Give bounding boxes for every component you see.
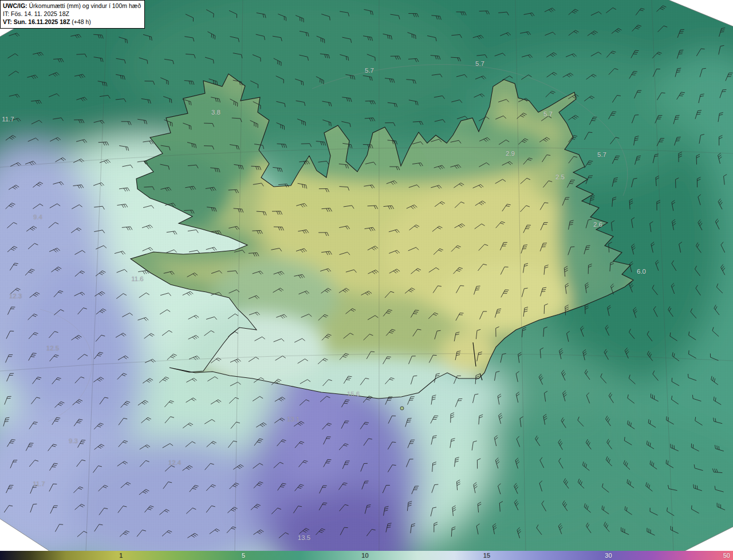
- legend-init-time: IT: Fös. 14. 11. 2025 18Z: [3, 10, 141, 18]
- valid-time-offset: (+48 h): [70, 18, 90, 25]
- contour-label: 11.7: [2, 116, 14, 123]
- contour-label: 11.7: [33, 480, 45, 487]
- contour-label: 2.9: [506, 150, 515, 157]
- legend-valid-time: VT: Sun. 16.11.2025 18Z (+48 h): [3, 18, 141, 26]
- contour-label: 5.7: [543, 111, 553, 117]
- contour-label: 5.7: [597, 151, 606, 158]
- colorbar-tick-1: 1: [119, 551, 123, 560]
- contour-label: 12.3: [9, 293, 22, 299]
- contour-label: 13.5: [298, 534, 310, 541]
- contour-label: 9.3: [69, 437, 78, 444]
- contour-label: 12.4: [168, 459, 182, 466]
- colorbar: 1510153050: [0, 551, 733, 560]
- colorbar-tick-50: 50: [723, 551, 730, 560]
- legend-box: UWC/IG: Úrkomumætti (mm) og vindur í 100…: [0, 0, 145, 29]
- colorbar-tick-5: 5: [242, 551, 245, 560]
- legend-title: UWC/IG: Úrkomumætti (mm) og vindur í 100…: [3, 2, 141, 10]
- contour-label: 5.7: [365, 67, 374, 74]
- valid-time-prefix: VT:: [3, 18, 14, 25]
- contour-label: 2.6: [593, 221, 602, 228]
- precipitation-wind-map: 5.75.75.75.73.82.92.52.66.012.312.511.69…: [0, 0, 733, 551]
- model-name: UWC/IG:: [3, 2, 27, 9]
- contour-label: 15.6: [347, 391, 360, 397]
- contour-label: 13.1: [287, 416, 299, 423]
- contour-label: 9.4: [33, 214, 43, 220]
- valid-time-value: Sun. 16.11.2025 18Z: [14, 18, 70, 25]
- contour-label: 5.7: [475, 60, 484, 67]
- contour-label: 6.0: [637, 268, 646, 275]
- contour-label: 11.6: [131, 275, 144, 282]
- colorbar-tick-10: 10: [361, 551, 368, 560]
- weather-map-app: 5.75.75.75.73.82.92.52.66.012.312.511.69…: [0, 0, 733, 560]
- contour-label: 2.5: [555, 173, 565, 180]
- contour-label: 3.8: [211, 109, 220, 116]
- colorbar-tick-30: 30: [605, 551, 612, 560]
- colorbar-tick-15: 15: [483, 551, 490, 560]
- legend-title-text: Úrkomumætti (mm) og vindur í 100m hæð: [27, 2, 141, 9]
- contour-label: 12.5: [46, 345, 59, 352]
- stipple-texture: [0, 0, 733, 551]
